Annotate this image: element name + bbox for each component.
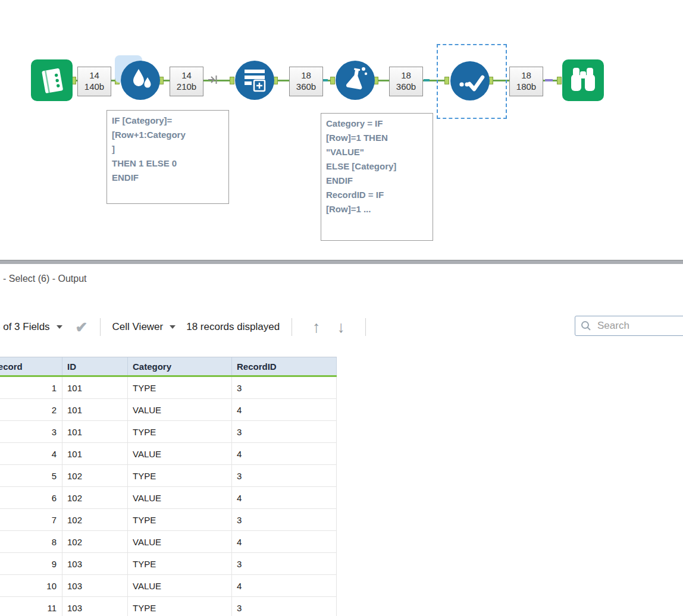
formula-tool[interactable] bbox=[336, 61, 375, 100]
cell-category[interactable]: TYPE bbox=[128, 597, 232, 616]
cell-record[interactable]: 10 bbox=[0, 575, 62, 596]
annotation-formula[interactable]: Category = IF [Row]=1 THEN "VALUE" ELSE … bbox=[321, 113, 433, 241]
input-anchor[interactable] bbox=[557, 77, 562, 84]
cell-record[interactable]: 3 bbox=[0, 421, 62, 442]
table-row: 3 101 TYPE 3 bbox=[0, 421, 337, 443]
search-icon bbox=[581, 320, 591, 331]
chevron-down-icon bbox=[170, 325, 176, 329]
cell-id[interactable]: 102 bbox=[62, 465, 128, 486]
cell-recordid[interactable]: 3 bbox=[232, 553, 337, 574]
cell-id[interactable]: 101 bbox=[62, 443, 128, 464]
scroll-up-button[interactable]: ↑ bbox=[312, 319, 321, 335]
cell-recordid[interactable]: 4 bbox=[232, 487, 337, 508]
connection-line bbox=[424, 79, 430, 81]
scroll-down-button[interactable]: ↓ bbox=[337, 319, 346, 335]
cell-recordid[interactable]: 3 bbox=[232, 421, 337, 442]
cell-id[interactable]: 102 bbox=[62, 487, 128, 508]
results-grid: Record ID Category RecordID 1 101 TYPE 3… bbox=[0, 357, 337, 616]
record-count: 18 bbox=[301, 70, 311, 81]
table-row: 10 103 VALUE 4 bbox=[0, 575, 337, 597]
cell-id[interactable]: 101 bbox=[62, 399, 128, 420]
cell-record[interactable]: 5 bbox=[0, 465, 62, 486]
table-row: 1 101 TYPE 3 bbox=[0, 377, 337, 399]
record-count-badge: 14 140b bbox=[77, 67, 111, 96]
table-row: 6 102 VALUE 4 bbox=[0, 487, 337, 509]
cell-category[interactable]: TYPE bbox=[128, 465, 232, 486]
cell-recordid[interactable]: 4 bbox=[232, 531, 337, 552]
pane-splitter[interactable] bbox=[0, 260, 683, 264]
cell-record[interactable]: 2 bbox=[0, 399, 62, 420]
toolbar-divider bbox=[100, 318, 101, 336]
cell-category[interactable]: TYPE bbox=[128, 421, 232, 442]
cell-record[interactable]: 11 bbox=[0, 597, 62, 616]
cell-id[interactable]: 103 bbox=[62, 597, 128, 616]
cell-id[interactable]: 102 bbox=[62, 509, 128, 530]
record-count-badge: 18 180b bbox=[509, 67, 543, 96]
record-size: 140b bbox=[84, 81, 104, 93]
cell-category[interactable]: VALUE bbox=[128, 531, 232, 552]
cell-viewer-dropdown[interactable]: Cell Viewer bbox=[112, 321, 176, 333]
cell-id[interactable]: 101 bbox=[62, 421, 128, 442]
record-count: 18 bbox=[401, 70, 411, 81]
cell-id[interactable]: 102 bbox=[62, 531, 128, 552]
cell-category[interactable]: VALUE bbox=[128, 575, 232, 596]
column-header-id[interactable]: ID bbox=[62, 357, 128, 375]
cell-record[interactable]: 7 bbox=[0, 509, 62, 530]
record-size: 180b bbox=[516, 81, 536, 93]
cell-recordid[interactable]: 4 bbox=[232, 399, 337, 420]
toolbar-divider bbox=[365, 318, 366, 336]
apply-check-icon[interactable]: ✔ bbox=[76, 319, 88, 336]
cell-category[interactable]: TYPE bbox=[128, 553, 232, 574]
record-count-badge: 18 360b bbox=[389, 67, 423, 96]
tool-selection-outline bbox=[437, 44, 507, 119]
record-size: 360b bbox=[296, 81, 316, 93]
input-data-tool[interactable] bbox=[31, 59, 73, 101]
cell-id[interactable]: 103 bbox=[62, 575, 128, 596]
cell-category[interactable]: TYPE bbox=[128, 377, 232, 398]
record-count: 14 bbox=[181, 70, 192, 81]
search-input[interactable] bbox=[596, 319, 676, 332]
record-size: 360b bbox=[396, 81, 416, 93]
table-row: 7 102 TYPE 3 bbox=[0, 509, 337, 531]
connection-line bbox=[322, 79, 328, 81]
generate-rows-tool[interactable] bbox=[235, 61, 274, 100]
cell-id[interactable]: 101 bbox=[62, 377, 128, 398]
table-header-row: Record ID Category RecordID bbox=[0, 357, 337, 377]
cell-recordid[interactable]: 3 bbox=[232, 377, 337, 398]
cell-record[interactable]: 4 bbox=[0, 443, 62, 464]
table-row: 2 101 VALUE 4 bbox=[0, 399, 337, 421]
cell-recordid[interactable]: 3 bbox=[232, 509, 337, 530]
column-header-record[interactable]: Record bbox=[0, 357, 62, 375]
column-header-recordid[interactable]: RecordID bbox=[232, 357, 337, 375]
column-header-category[interactable]: Category bbox=[128, 357, 232, 375]
connection-arrow-icon bbox=[207, 74, 219, 86]
annotation-multi-row-formula[interactable]: IF [Category]= [Row+1:Category ] THEN 1 … bbox=[106, 110, 229, 204]
input-anchor[interactable] bbox=[330, 77, 335, 84]
record-size: 210b bbox=[177, 81, 196, 93]
cell-record[interactable]: 9 bbox=[0, 553, 62, 574]
cell-recordid[interactable]: 3 bbox=[232, 597, 337, 616]
cell-category[interactable]: VALUE bbox=[128, 487, 232, 508]
cell-category[interactable]: VALUE bbox=[128, 399, 232, 420]
cell-recordid[interactable]: 3 bbox=[232, 465, 337, 486]
browse-tool[interactable] bbox=[562, 59, 604, 101]
cell-id[interactable]: 103 bbox=[62, 553, 128, 574]
cell-category[interactable]: TYPE bbox=[128, 509, 232, 530]
cell-category[interactable]: VALUE bbox=[128, 443, 232, 464]
cell-recordid[interactable]: 4 bbox=[232, 443, 337, 464]
table-row: 8 102 VALUE 4 bbox=[0, 531, 337, 553]
search-box[interactable] bbox=[575, 316, 683, 336]
input-anchor[interactable] bbox=[230, 77, 234, 84]
fields-dropdown[interactable]: 3 of 3 Fields bbox=[0, 321, 62, 333]
book-icon bbox=[31, 59, 73, 101]
record-count: 18 bbox=[521, 70, 531, 81]
multi-row-formula-tool[interactable] bbox=[121, 61, 160, 100]
fields-dropdown-label: 3 of 3 Fields bbox=[0, 321, 50, 333]
cell-record[interactable]: 8 bbox=[0, 531, 62, 552]
results-toolbar: 3 of 3 Fields ✔ Cell Viewer 18 records d… bbox=[0, 315, 378, 340]
cell-recordid[interactable]: 4 bbox=[232, 575, 337, 596]
chevron-down-icon bbox=[57, 325, 62, 329]
cell-record[interactable]: 6 bbox=[0, 487, 62, 508]
cell-record[interactable]: 1 bbox=[0, 377, 62, 398]
record-count: 14 bbox=[89, 70, 99, 81]
